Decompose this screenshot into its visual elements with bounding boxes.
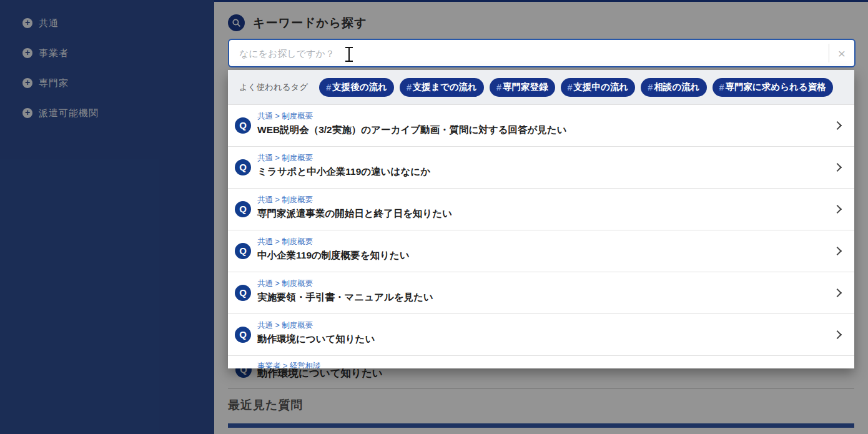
suggestion-row[interactable]: Q 共通 > 制度概要 専門家派遣事業の開始日と終了日を知りたい [228, 188, 854, 230]
q-icon: Q [235, 117, 251, 134]
suggestion-title: 専門家派遣事業の開始日と終了日を知りたい [257, 207, 854, 220]
q-icon: Q [235, 243, 251, 259]
tag-label: 専門家登録 [503, 81, 548, 93]
tag-shien-made[interactable]: #支援までの流れ [400, 78, 484, 97]
suggestion-breadcrumb: 共通 > 制度概要 [257, 279, 854, 289]
hash-icon: # [496, 82, 501, 92]
suggestion-row[interactable]: Q 共通 > 制度概要 中小企業119の制度概要を知りたい [228, 230, 854, 272]
tag-shien-go[interactable]: #支援後の流れ [319, 78, 394, 97]
suggestion-row[interactable]: Q 共通 > 制度概要 実施要領・手引書・マニュアルを見たい [228, 272, 854, 313]
suggestion-title: 実施要領・手引書・マニュアルを見たい [257, 291, 854, 303]
suggestion-breadcrumb: 共通 > 制度概要 [257, 237, 854, 247]
suggestion-row[interactable]: Q 共通 > 制度概要 WEB説明会（3/2実施）のアーカイブ動画・質問に対する… [228, 104, 854, 146]
text-cursor [345, 47, 353, 62]
clear-search-button[interactable]: × [829, 40, 854, 66]
keyword-search-box: × [228, 39, 856, 67]
tag-sodan[interactable]: #相談の流れ [641, 78, 706, 97]
suggestion-breadcrumb: 共通 > 制度概要 [257, 154, 854, 163]
search-input[interactable] [229, 40, 829, 66]
hash-icon: # [407, 82, 412, 92]
hash-icon: # [648, 82, 653, 92]
tag-label: 専門家に求められる資格 [726, 81, 826, 93]
hash-icon: # [719, 82, 724, 92]
suggestion-breadcrumb: 共通 > 制度概要 [257, 321, 854, 330]
hash-icon: # [568, 82, 573, 92]
suggestion-title: WEB説明会（3/2実施）のアーカイブ動画・質問に対する回答が見たい [257, 124, 854, 136]
faq-search-page: 共通 事業者 専門家 派遣可能機関 キーワードから探す Q 動作環境について知り… [0, 0, 868, 434]
q-icon: Q [235, 327, 251, 343]
suggestion-title: 動作環境について知りたい [257, 333, 854, 345]
search-suggestions-panel: よく使われるタグ #支援後の流れ #支援までの流れ #専門家登録 #支援中の流れ… [228, 70, 854, 368]
tag-label: 相談の流れ [654, 81, 699, 93]
tag-label: 支援中の流れ [574, 81, 629, 93]
tags-label: よく使われるタグ [239, 82, 308, 93]
popular-tags-row: よく使われるタグ #支援後の流れ #支援までの流れ #専門家登録 #支援中の流れ… [228, 70, 854, 104]
suggestion-row[interactable]: Q 共通 > 制度概要 ミラサポと中小企業119の違いはなにか [228, 146, 854, 188]
q-icon: Q [235, 159, 251, 175]
tag-shikaku[interactable]: #専門家に求められる資格 [713, 78, 833, 97]
suggestion-title: ミラサポと中小企業119の違いはなにか [257, 165, 854, 178]
suggestion-breadcrumb: 事業者 > 経営相談 [257, 362, 854, 368]
tag-label: 支援までの流れ [413, 81, 477, 93]
suggestion-row[interactable]: Q 共通 > 制度概要 動作環境について知りたい [228, 313, 854, 355]
tag-shien-chu[interactable]: #支援中の流れ [561, 78, 636, 97]
tag-senmonka-toroku[interactable]: #専門家登録 [490, 78, 555, 97]
tag-label: 支援後の流れ [332, 81, 387, 93]
suggestion-row[interactable]: Q 事業者 > 経営相談 [228, 355, 854, 368]
hash-icon: # [326, 82, 331, 92]
q-icon: Q [235, 201, 251, 217]
suggestion-breadcrumb: 共通 > 制度概要 [257, 112, 854, 121]
q-icon: Q [235, 285, 251, 301]
suggestion-breadcrumb: 共通 > 制度概要 [257, 195, 854, 205]
suggestion-title: 中小企業119の制度概要を知りたい [257, 249, 854, 262]
